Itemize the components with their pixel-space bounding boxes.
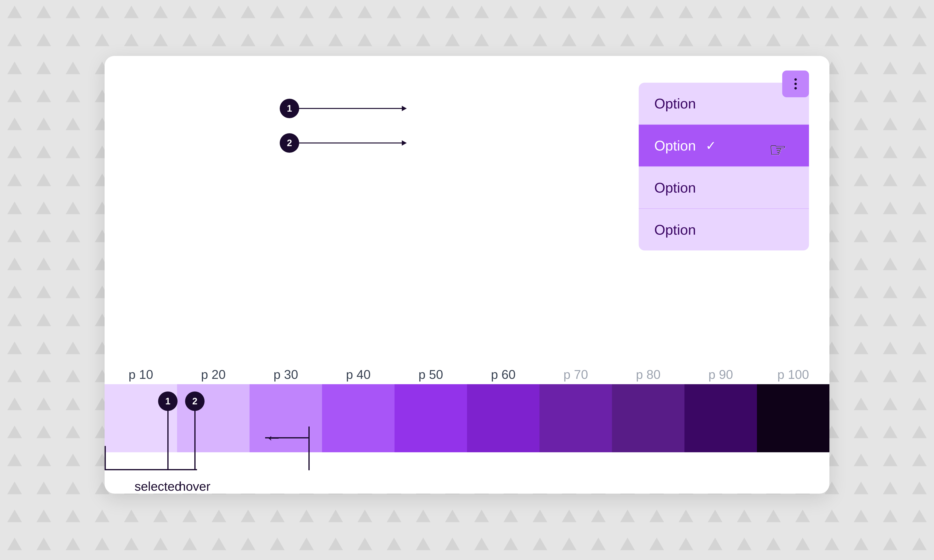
dots-icon xyxy=(794,78,797,89)
scale-label-3: p 30 xyxy=(249,367,322,382)
color-swatch-8 xyxy=(612,384,685,452)
dropdown-item-3[interactable]: Option xyxy=(639,167,809,209)
bar-badge-1: 1 xyxy=(158,391,178,411)
scale-label-8: p 80 xyxy=(612,367,685,382)
arrow-line-1 xyxy=(299,108,406,109)
color-swatch-10 xyxy=(757,384,829,452)
main-card: Option Option ✓ Option Option 1 2 ☞ p xyxy=(105,56,829,494)
scale-label-6: p 60 xyxy=(467,367,540,382)
scale-label-5: p 50 xyxy=(394,367,467,382)
color-bar xyxy=(105,384,829,452)
bracket-line xyxy=(105,446,197,470)
color-swatch-3 xyxy=(249,384,322,452)
arrow-line-2 xyxy=(299,143,406,143)
scale-label-1: p 10 xyxy=(105,367,177,382)
scale-label-9: p 90 xyxy=(685,367,757,382)
badge-1: 1 xyxy=(280,99,299,118)
dropdown-item-3-label: Option xyxy=(654,180,696,196)
bar-vert-line-boundary xyxy=(308,426,309,470)
badge-2: 2 xyxy=(280,133,299,153)
bar-badge-2: 2 xyxy=(185,391,205,411)
arrowhead-1 xyxy=(402,106,407,111)
color-swatch-4 xyxy=(322,384,394,452)
scale-label-7: p 70 xyxy=(540,367,612,382)
dropdown-menu: Option Option ✓ Option Option xyxy=(639,83,809,251)
hover-label: hover xyxy=(179,479,211,494)
scale-label-2: p 20 xyxy=(177,367,249,382)
bar-badge-2-container: 2 xyxy=(185,391,205,411)
color-swatch-7 xyxy=(540,384,612,452)
badge-2-row: 2 xyxy=(280,133,406,153)
menu-button[interactable] xyxy=(782,71,809,97)
dropdown-item-4[interactable]: Option xyxy=(639,209,809,251)
bar-vert-line-2 xyxy=(194,409,195,470)
scale-label-4: p 40 xyxy=(322,367,394,382)
badge-1-row: 1 xyxy=(280,99,406,118)
color-swatch-9 xyxy=(685,384,757,452)
bar-vert-line-1 xyxy=(167,409,169,470)
scale-labels-row: p 10p 20p 30p 40p 50p 60p 70p 80p 90p 10… xyxy=(105,367,829,382)
dropdown-item-2-label: Option xyxy=(654,137,696,154)
bar-badge-1-container: 1 xyxy=(158,391,178,411)
color-swatch-6 xyxy=(467,384,540,452)
scale-label-10: p 100 xyxy=(757,367,829,382)
dropdown-item-4-label: Option xyxy=(654,222,696,238)
selected-label: selected xyxy=(134,479,182,494)
arrow-h-line xyxy=(265,437,309,438)
checkmark-icon: ✓ xyxy=(706,138,716,153)
dropdown-item-1-label: Option xyxy=(654,95,696,112)
dropdown-item-2[interactable]: Option ✓ xyxy=(639,125,809,167)
color-swatch-5 xyxy=(394,384,467,452)
arrowhead-2 xyxy=(402,140,407,146)
